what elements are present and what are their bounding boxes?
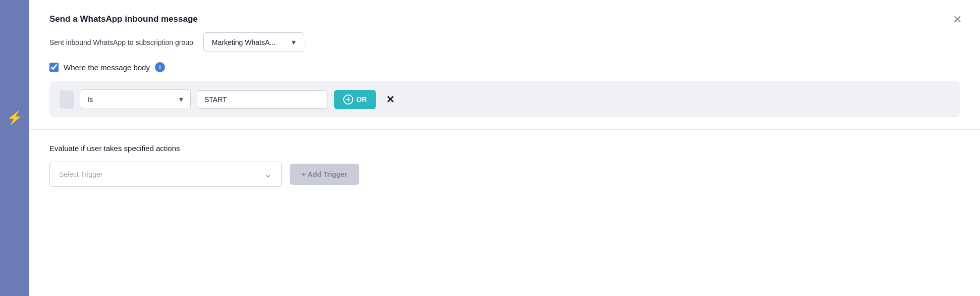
or-button-label: OR <box>356 95 367 104</box>
condition-value: Is <box>87 95 93 104</box>
message-body-checkbox[interactable] <box>49 63 59 72</box>
lightning-icon: ⚡ <box>7 111 23 124</box>
plus-circle-icon: + <box>343 94 353 105</box>
close-button[interactable]: ✕ <box>953 14 962 25</box>
top-section: Send a WhatsApp inbound message Sent inb… <box>29 0 980 130</box>
condition-dropdown[interactable]: Is ▾ <box>80 89 191 109</box>
value-input[interactable] <box>197 90 328 109</box>
add-trigger-label: + Add Trigger <box>302 170 347 178</box>
subscription-dropdown[interactable]: Marketing WhatsA... ▾ <box>203 32 304 52</box>
main-content: ✕ Send a WhatsApp inbound message Sent i… <box>29 0 980 296</box>
filter-row: Is ▾ + OR ✕ <box>49 81 960 117</box>
checkbox-row: Where the message body i <box>49 62 960 72</box>
trigger-placeholder: Select Trigger <box>59 170 102 178</box>
add-trigger-button[interactable]: + Add Trigger <box>290 164 359 185</box>
chevron-down-icon: ▾ <box>292 37 296 47</box>
subscription-label: Sent inbound WhatsApp to subscription gr… <box>49 38 193 46</box>
drag-handle <box>60 90 74 109</box>
remove-condition-button[interactable]: ✕ <box>382 91 399 108</box>
or-button[interactable]: + OR <box>334 90 376 109</box>
subscription-dropdown-value: Marketing WhatsA... <box>212 38 276 46</box>
condition-chevron-icon: ▾ <box>179 94 183 104</box>
sidebar: ⚡ <box>0 0 29 296</box>
trigger-row: Select Trigger ⌄ + Add Trigger <box>49 162 960 187</box>
evaluate-label: Evaluate if user takes specified actions <box>49 144 960 153</box>
info-icon[interactable]: i <box>155 62 165 72</box>
trigger-dropdown[interactable]: Select Trigger ⌄ <box>49 162 282 187</box>
trigger-chevron-icon: ⌄ <box>264 169 272 180</box>
checkbox-label: Where the message body <box>64 63 150 72</box>
bottom-section: Evaluate if user takes specified actions… <box>29 130 980 199</box>
section-title: Send a WhatsApp inbound message <box>49 14 960 24</box>
subscription-row: Sent inbound WhatsApp to subscription gr… <box>49 32 960 52</box>
